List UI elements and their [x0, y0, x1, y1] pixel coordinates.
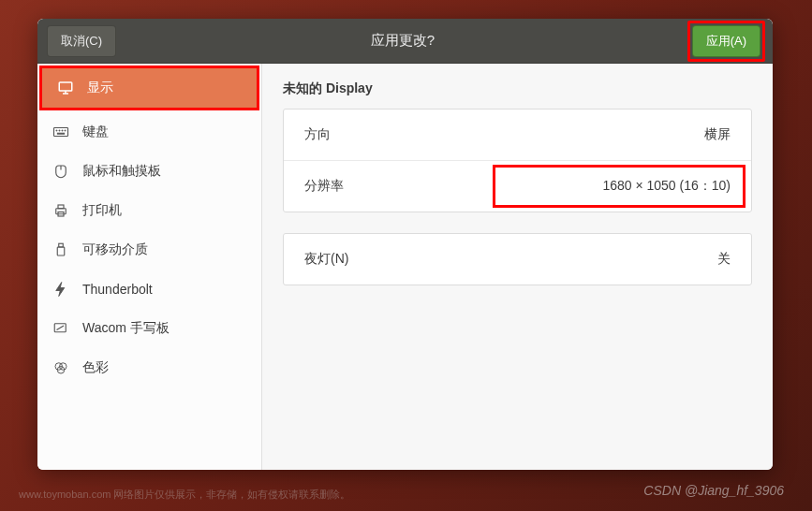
nightlight-label: 夜灯(N): [304, 251, 348, 268]
printer-icon: [52, 202, 69, 219]
thunderbolt-icon: [52, 281, 69, 298]
svg-rect-8: [57, 133, 65, 134]
footer-disclaimer: www.toymoban.com 网络图片仅供展示，非存储，如有侵权请联系删除。: [19, 488, 350, 502]
orientation-row[interactable]: 方向 横屏: [284, 110, 751, 161]
svg-point-4: [56, 130, 57, 131]
sidebar-item-label: 可移动介质: [82, 241, 148, 258]
content-panel: 未知的 Display 方向 横屏 分辨率 1680 × 1050 (16：10…: [262, 64, 773, 470]
sidebar-item-label: 打印机: [82, 202, 122, 219]
sidebar-item-label: 键盘: [82, 124, 109, 140]
svg-rect-0: [59, 82, 72, 91]
sidebar-item-keyboard[interactable]: 键盘: [37, 112, 261, 152]
resolution-label: 分辨率: [304, 178, 344, 195]
sidebar-item-mouse[interactable]: 鼠标和触摸板: [37, 152, 261, 191]
display-settings-group: 方向 横屏 分辨率 1680 × 1050 (16：10): [283, 109, 752, 212]
svg-point-6: [62, 130, 63, 131]
usb-icon: [52, 241, 69, 258]
monitor-icon: [57, 80, 74, 96]
mouse-icon: [52, 163, 69, 180]
orientation-label: 方向: [304, 126, 331, 143]
nightlight-group: 夜灯(N) 关: [283, 233, 752, 285]
sidebar-item-color[interactable]: 色彩: [37, 348, 261, 387]
sidebar-item-wacom[interactable]: Wacom 手写板: [37, 309, 261, 348]
svg-point-5: [59, 130, 60, 131]
dialog-body: 显示 键盘 鼠标和触摸板 打印机: [37, 64, 773, 470]
display-section-title: 未知的 Display: [283, 80, 752, 97]
svg-rect-11: [58, 205, 64, 209]
sidebar-item-label: Wacom 手写板: [82, 320, 170, 337]
svg-rect-3: [54, 128, 68, 137]
nightlight-row[interactable]: 夜灯(N) 关: [284, 234, 751, 285]
sidebar-item-label: 色彩: [82, 359, 109, 376]
dialog-title: 应用更改?: [371, 32, 435, 50]
sidebar-item-label: Thunderbolt: [82, 282, 153, 297]
sidebar-item-removable[interactable]: 可移动介质: [37, 230, 261, 270]
sidebar-item-label: 鼠标和触摸板: [82, 163, 161, 180]
settings-dialog: 取消(C) 应用更改? 应用(A) 显示 键盘: [37, 19, 773, 470]
sidebar-item-displays[interactable]: 显示: [42, 68, 257, 108]
sidebar-item-printers[interactable]: 打印机: [37, 191, 261, 230]
svg-point-7: [65, 130, 66, 131]
sidebar-item-label: 显示: [87, 80, 113, 96]
apply-button[interactable]: 应用(A): [692, 25, 760, 57]
nightlight-value: 关: [717, 251, 731, 268]
svg-rect-14: [57, 247, 65, 256]
tablet-icon: [52, 320, 69, 337]
cancel-button[interactable]: 取消(C): [47, 25, 116, 57]
keyboard-icon: [52, 124, 69, 140]
resolution-row[interactable]: 分辨率 1680 × 1050 (16：10): [284, 161, 751, 212]
svg-rect-10: [56, 209, 66, 214]
sidebar-item-thunderbolt[interactable]: Thunderbolt: [37, 270, 261, 309]
sidebar: 显示 键盘 鼠标和触摸板 打印机: [37, 64, 262, 470]
resolution-value: 1680 × 1050 (16：10): [602, 178, 731, 195]
dialog-header: 取消(C) 应用更改? 应用(A): [37, 19, 773, 64]
orientation-value: 横屏: [704, 126, 731, 143]
color-icon: [52, 359, 69, 376]
watermark-text: CSDN @Jiang_hf_3906: [643, 483, 784, 498]
